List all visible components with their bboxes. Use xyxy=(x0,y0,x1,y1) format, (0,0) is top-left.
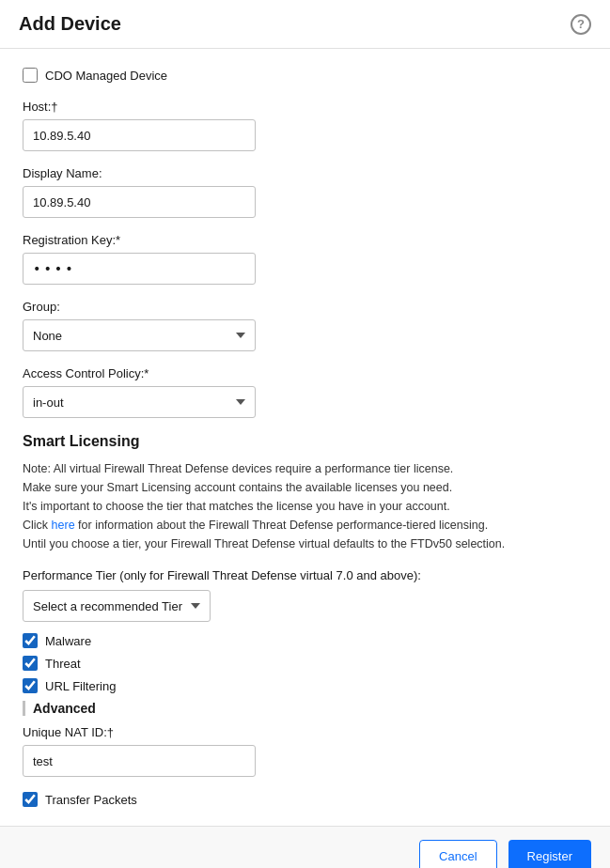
group-label: Group: xyxy=(23,300,587,314)
transfer-packets-row: Transfer Packets xyxy=(23,792,587,807)
access-control-policy-group: Access Control Policy:* in-out xyxy=(23,366,587,418)
cdo-managed-device-checkbox[interactable] xyxy=(23,68,38,83)
cdo-managed-device-label[interactable]: CDO Managed Device xyxy=(45,69,167,83)
access-control-policy-select[interactable]: in-out xyxy=(23,386,256,418)
dialog-title: Add Device xyxy=(19,13,121,35)
host-input[interactable] xyxy=(23,119,256,151)
transfer-packets-label[interactable]: Transfer Packets xyxy=(45,793,137,807)
add-device-dialog: Add Device ? CDO Managed Device Host:† D… xyxy=(0,0,610,868)
registration-key-group: Registration Key:* xyxy=(23,233,587,285)
dialog-body: CDO Managed Device Host:† Display Name: … xyxy=(0,49,610,826)
performance-tier-label: Performance Tier (only for Firewall Thre… xyxy=(23,568,587,582)
smart-licensing-title: Smart Licensing xyxy=(23,433,587,450)
note-line4-after: for information about the Firewall Threa… xyxy=(75,519,489,532)
advanced-title: Advanced xyxy=(23,701,587,716)
unique-nat-id-input[interactable] xyxy=(23,745,256,777)
cancel-button[interactable]: Cancel xyxy=(419,840,496,868)
register-button[interactable]: Register xyxy=(508,840,591,868)
display-name-input[interactable] xyxy=(23,186,256,218)
threat-checkbox[interactable] xyxy=(23,656,38,671)
registration-key-input[interactable] xyxy=(23,253,256,285)
malware-label[interactable]: Malware xyxy=(45,634,91,648)
host-label: Host:† xyxy=(23,100,587,114)
unique-nat-id-group: Unique NAT ID:† xyxy=(23,725,587,777)
note-link[interactable]: here xyxy=(52,519,75,532)
note-line4-before: Click xyxy=(23,519,52,532)
group-select[interactable]: None xyxy=(23,319,256,351)
note-line1: Note: All virtual Firewall Threat Defens… xyxy=(23,462,453,475)
display-name-group: Display Name: xyxy=(23,166,587,218)
unique-nat-id-label: Unique NAT ID:† xyxy=(23,725,587,739)
threat-license-row: Threat xyxy=(23,656,587,671)
help-icon[interactable]: ? xyxy=(571,14,591,35)
advanced-section: Advanced Unique NAT ID:† Transfer Packet… xyxy=(23,701,587,807)
smart-licensing-note: Note: All virtual Firewall Threat Defens… xyxy=(23,459,587,553)
smart-licensing-section: Smart Licensing Note: All virtual Firewa… xyxy=(23,433,587,693)
host-group: Host:† xyxy=(23,100,587,151)
transfer-packets-checkbox[interactable] xyxy=(23,792,38,807)
dialog-header: Add Device ? xyxy=(0,0,610,49)
url-filtering-license-row: URL Filtering xyxy=(23,678,587,693)
note-line3: It's important to choose the tier that m… xyxy=(23,500,450,513)
note-line2: Make sure your Smart Licensing account c… xyxy=(23,481,452,494)
dialog-footer: Cancel Register xyxy=(0,826,610,868)
registration-key-label: Registration Key:* xyxy=(23,233,587,247)
performance-tier-select[interactable]: Select a recommended Tier FTDv5 FTDv10 F… xyxy=(23,590,211,622)
group-group: Group: None xyxy=(23,300,587,351)
note-line5: Until you choose a tier, your Firewall T… xyxy=(23,537,505,550)
url-filtering-checkbox[interactable] xyxy=(23,678,38,693)
threat-label[interactable]: Threat xyxy=(45,657,81,671)
display-name-label: Display Name: xyxy=(23,166,587,180)
cdo-managed-device-row: CDO Managed Device xyxy=(23,68,587,83)
access-control-policy-label: Access Control Policy:* xyxy=(23,366,587,380)
url-filtering-label[interactable]: URL Filtering xyxy=(45,679,116,693)
malware-license-row: Malware xyxy=(23,633,587,648)
malware-checkbox[interactable] xyxy=(23,633,38,648)
